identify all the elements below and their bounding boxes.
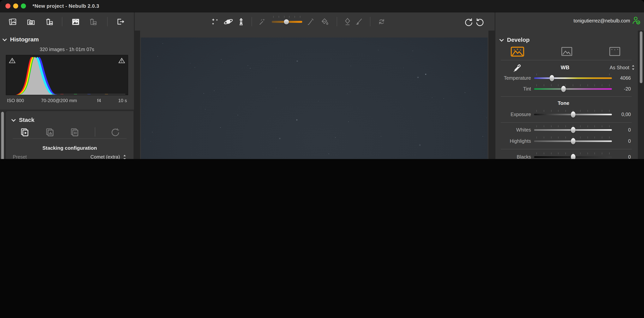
app-window: *New project - Nebulb 2.0.3 xyxy=(0,0,644,159)
iso-value: ISO 800 xyxy=(7,98,24,103)
highlights-slider[interactable] xyxy=(534,140,612,142)
temperature-label: Temperature xyxy=(496,75,531,81)
delete-image-icon[interactable] xyxy=(88,16,98,27)
white-balance-eyedropper-icon[interactable] xyxy=(512,62,522,73)
histogram-header[interactable]: Histogram xyxy=(3,35,134,43)
wb-value[interactable]: As Shoot xyxy=(573,65,629,70)
stack-header[interactable]: Stack xyxy=(12,115,134,124)
pylon-tool-icon[interactable] xyxy=(236,16,246,27)
stack-reset-icon[interactable] xyxy=(110,127,120,138)
whites-value: 0 xyxy=(628,127,631,133)
title-bar: *New project - Nebulb 2.0.3 xyxy=(0,0,644,12)
divider xyxy=(501,122,632,123)
temperature-slider[interactable] xyxy=(534,77,612,79)
content-region: Histogram 320 images - 1h 01m 07s xyxy=(0,30,644,159)
undo-icon[interactable] xyxy=(475,16,485,27)
divider xyxy=(501,149,632,149)
tone-title: Tone xyxy=(496,100,632,106)
stack-run-icon[interactable] xyxy=(20,127,30,138)
tab-develop-image[interactable] xyxy=(510,45,525,58)
tab-develop-landscape[interactable] xyxy=(559,45,574,58)
tint-value: -20 xyxy=(624,86,631,92)
exposure-row: Exposure 0,00 xyxy=(496,109,644,120)
left-scrollbar-thumb[interactable] xyxy=(1,112,4,159)
blacks-row: Blacks 0 xyxy=(496,151,644,159)
sync-icon[interactable] xyxy=(376,16,387,27)
tint-slider[interactable] xyxy=(534,88,612,90)
magic-wand-icon[interactable] xyxy=(257,16,268,27)
stack-pause-icon[interactable] xyxy=(70,127,80,138)
temperature-knob[interactable] xyxy=(550,75,554,81)
stack-section: Stack xyxy=(6,111,134,159)
blacks-slider[interactable] xyxy=(534,156,612,158)
stars-tool-icon[interactable] xyxy=(210,16,220,27)
develop-title: Develop xyxy=(507,36,530,43)
delete-project-icon[interactable] xyxy=(44,16,54,27)
exposure-slider[interactable] xyxy=(534,114,612,115)
right-scrollbar-thumb[interactable] xyxy=(640,31,642,83)
divider xyxy=(501,96,632,97)
stack-toolbar-divider xyxy=(95,127,95,137)
minimize-window-button[interactable] xyxy=(13,3,18,8)
whites-slider[interactable] xyxy=(534,129,612,131)
highlights-knob[interactable] xyxy=(571,138,575,144)
blacks-knob[interactable] xyxy=(571,154,575,159)
close-window-button[interactable] xyxy=(6,3,10,8)
histogram-section: Histogram 320 images - 1h 01m 07s xyxy=(0,30,134,109)
toolbar-divider xyxy=(370,17,370,26)
open-project-icon[interactable] xyxy=(26,16,36,27)
brush-size-knob[interactable] xyxy=(284,19,289,24)
pen-tool-icon[interactable] xyxy=(305,16,316,27)
histogram-summary: 320 images - 1h 01m 07s xyxy=(0,47,134,52)
whites-row: Whites 0 xyxy=(496,124,644,136)
wb-stepper[interactable] xyxy=(632,65,635,70)
highlights-label: Highlights xyxy=(496,138,531,144)
highlight-clipping-warning-icon[interactable] xyxy=(118,58,125,63)
right-scrollbar-track[interactable] xyxy=(638,30,644,159)
preset-value[interactable]: Comet (extra) xyxy=(90,154,120,159)
chevron-down-icon xyxy=(12,117,16,122)
tint-label: Tint xyxy=(496,86,531,92)
stacking-config-title: Stacking configuration xyxy=(6,145,134,151)
shadow-clipping-warning-icon[interactable] xyxy=(9,58,16,63)
export-icon[interactable] xyxy=(116,16,126,27)
main-toolbar: tonigutierrez@nebulb.com xyxy=(0,12,644,30)
brush-size-slider[interactable] xyxy=(272,21,302,23)
stack-scroll-region: Stack xyxy=(0,111,134,159)
exposure-knob[interactable] xyxy=(571,111,575,118)
highlights-value: 0 xyxy=(628,138,631,144)
divider xyxy=(13,138,126,139)
redo-icon[interactable] xyxy=(463,16,473,27)
paint-bucket-icon[interactable] xyxy=(319,16,329,27)
chevron-down-icon xyxy=(2,37,7,41)
viewer-column: Original image 50% 05:50:38 06:21:02 [30… xyxy=(140,30,488,159)
aperture-value: f4 xyxy=(97,98,101,103)
tint-knob[interactable] xyxy=(561,86,566,92)
eraser-tool-icon[interactable] xyxy=(342,16,352,27)
temperature-row: Temperature 4066 xyxy=(496,72,644,84)
show-image-icon[interactable] xyxy=(70,16,80,27)
image-canvas[interactable] xyxy=(141,37,488,159)
whites-label: Whites xyxy=(496,127,531,133)
brush-tool-icon[interactable] xyxy=(354,16,364,27)
temperature-value: 4066 xyxy=(620,75,631,81)
account-user-check-icon[interactable] xyxy=(632,16,641,25)
planet-tool-icon[interactable] xyxy=(223,16,233,27)
zoom-window-button[interactable] xyxy=(21,3,26,8)
tab-develop-stars[interactable] xyxy=(607,45,622,58)
preset-stepper[interactable] xyxy=(123,155,126,159)
whites-knob[interactable] xyxy=(571,127,575,133)
toolbar-seam xyxy=(134,12,135,30)
develop-header[interactable]: Develop xyxy=(500,35,644,44)
histogram-title: Histogram xyxy=(10,36,39,42)
account-email[interactable]: tonigutierrez@nebulb.com xyxy=(574,18,630,23)
add-images-icon[interactable] xyxy=(8,16,18,27)
blacks-value: 0 xyxy=(628,154,631,159)
highlights-row: Highlights 0 xyxy=(496,135,644,147)
stack-preview-icon[interactable] xyxy=(45,127,55,138)
toolbar-divider xyxy=(107,17,108,26)
left-panel-gutter xyxy=(134,30,140,159)
divider xyxy=(501,60,632,60)
histogram-chart xyxy=(6,55,128,95)
histogram-display xyxy=(6,55,128,95)
